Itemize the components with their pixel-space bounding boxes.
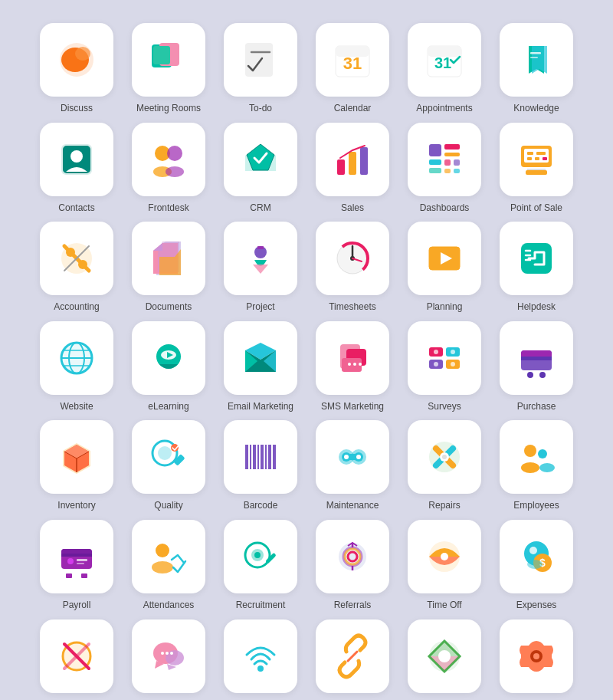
- app-iot[interactable]: IoT: [218, 619, 303, 700]
- app-repairs[interactable]: Repairs: [402, 420, 487, 512]
- app-meeting-rooms[interactable]: Meeting Rooms: [126, 23, 211, 115]
- svg-rect-45: [535, 157, 539, 160]
- svg-rect-107: [268, 445, 271, 469]
- svg-rect-105: [261, 445, 264, 469]
- svg-point-18: [70, 150, 83, 163]
- repairs-label: Repairs: [428, 500, 460, 512]
- app-sales[interactable]: Sales: [310, 123, 395, 215]
- settings-icon: [500, 619, 573, 693]
- svg-point-156: [166, 652, 169, 655]
- svg-point-163: [533, 653, 539, 659]
- app-attendances[interactable]: Attendances: [126, 520, 211, 612]
- app-time-off[interactable]: Time Off: [402, 520, 487, 612]
- app-barcode[interactable]: Barcode: [218, 420, 303, 512]
- svg-point-120: [521, 462, 539, 473]
- svg-rect-14: [530, 52, 541, 54]
- elearning-icon: [132, 321, 205, 395]
- svg-rect-35: [454, 159, 460, 166]
- sales-icon: [316, 123, 389, 196]
- app-crm[interactable]: CRM: [218, 123, 303, 215]
- helpdesk-icon: [500, 222, 573, 295]
- referrals-label: Referrals: [334, 600, 372, 612]
- app-referrals[interactable]: Referrals: [310, 520, 395, 612]
- svg-point-20: [167, 146, 182, 161]
- app-contacts[interactable]: Contacts: [34, 123, 119, 215]
- svg-point-114: [344, 455, 349, 459]
- svg-point-155: [161, 652, 164, 655]
- svg-rect-80: [342, 358, 362, 372]
- app-inventory[interactable]: Inventory: [34, 420, 119, 512]
- app-project[interactable]: Project: [218, 222, 303, 314]
- svg-point-132: [152, 561, 173, 573]
- time-off-icon: [408, 520, 481, 593]
- app-expenses[interactable]: $ Expenses: [494, 520, 579, 612]
- app-discuss[interactable]: Discuss: [34, 23, 119, 115]
- app-recruitment[interactable]: Recruitment: [218, 520, 303, 612]
- app-to-do[interactable]: To-do: [218, 23, 303, 115]
- maintenance-icon: [316, 420, 389, 494]
- svg-point-50: [66, 248, 75, 257]
- app-lunch[interactable]: Lunch: [34, 619, 119, 700]
- to-do-icon: [224, 23, 297, 97]
- iot-icon: [224, 619, 297, 693]
- svg-rect-129: [66, 573, 72, 578]
- crm-label: CRM: [250, 202, 270, 215]
- app-planning[interactable]: Planning: [402, 222, 487, 314]
- referrals-icon: [316, 520, 389, 593]
- accounting-icon: [40, 222, 113, 295]
- quality-label: Quality: [154, 500, 182, 512]
- app-sms-marketing[interactable]: SMS Marketing: [310, 321, 395, 413]
- surveys-label: Surveys: [428, 401, 461, 413]
- timesheets-label: Timesheets: [329, 301, 376, 314]
- svg-point-143: [441, 553, 448, 560]
- app-helpdesk[interactable]: Helpdesk: [494, 222, 579, 314]
- app-documents[interactable]: Documents: [126, 222, 211, 314]
- apps-icon: [408, 619, 481, 693]
- svg-rect-26: [337, 159, 345, 175]
- discuss-icon: [40, 23, 113, 97]
- svg-point-147: [529, 547, 537, 554]
- svg-point-83: [359, 363, 362, 366]
- app-point-of-sale[interactable]: Point of Sale: [494, 123, 579, 215]
- app-accounting[interactable]: Accounting: [34, 222, 119, 314]
- frontdesk-label: Frontdesk: [148, 202, 188, 215]
- app-employees[interactable]: Employees: [494, 420, 579, 512]
- app-settings[interactable]: Settings: [494, 619, 579, 700]
- app-timesheets[interactable]: Timesheets: [310, 222, 395, 314]
- app-surveys[interactable]: Surveys: [402, 321, 487, 413]
- payroll-label: Payroll: [63, 600, 91, 612]
- purchase-icon: [500, 321, 573, 395]
- app-knowledge[interactable]: Knowledge: [494, 23, 579, 115]
- link-tracker-icon: [316, 619, 389, 693]
- recruitment-label: Recruitment: [236, 600, 286, 612]
- svg-point-135: [254, 552, 261, 558]
- app-elearning[interactable]: eLearning: [126, 321, 211, 413]
- svg-text:31: 31: [434, 54, 451, 71]
- app-maintenance[interactable]: Maintenance: [310, 420, 395, 512]
- app-apps[interactable]: Apps: [402, 619, 487, 700]
- svg-rect-102: [250, 445, 251, 469]
- payroll-icon: [40, 520, 113, 593]
- svg-point-131: [156, 544, 169, 557]
- app-live-chat[interactable]: Live Chat: [126, 619, 211, 700]
- svg-rect-130: [81, 573, 87, 578]
- svg-rect-42: [527, 152, 533, 155]
- svg-point-95: [527, 372, 533, 378]
- sms-marketing-icon: [316, 321, 389, 395]
- app-dashboards[interactable]: Dashboards: [402, 123, 487, 215]
- app-link-tracker[interactable]: Link Tracker: [310, 619, 395, 700]
- app-calendar[interactable]: 31 Calendar: [310, 23, 395, 115]
- app-frontdesk[interactable]: Frontdesk: [126, 123, 211, 215]
- attendances-icon: [132, 520, 205, 593]
- app-appointments[interactable]: 31 Appointments: [402, 23, 487, 115]
- app-website[interactable]: Website: [34, 321, 119, 413]
- app-payroll[interactable]: Payroll: [34, 520, 119, 612]
- app-quality[interactable]: Quality: [126, 420, 211, 512]
- svg-point-126: [67, 558, 74, 564]
- crm-icon: [224, 123, 297, 196]
- app-email-marketing[interactable]: Email Marketing: [218, 321, 303, 413]
- email-marketing-icon: [224, 321, 297, 395]
- svg-point-2: [75, 47, 90, 61]
- svg-point-96: [539, 372, 546, 378]
- app-purchase[interactable]: Purchase: [494, 321, 579, 413]
